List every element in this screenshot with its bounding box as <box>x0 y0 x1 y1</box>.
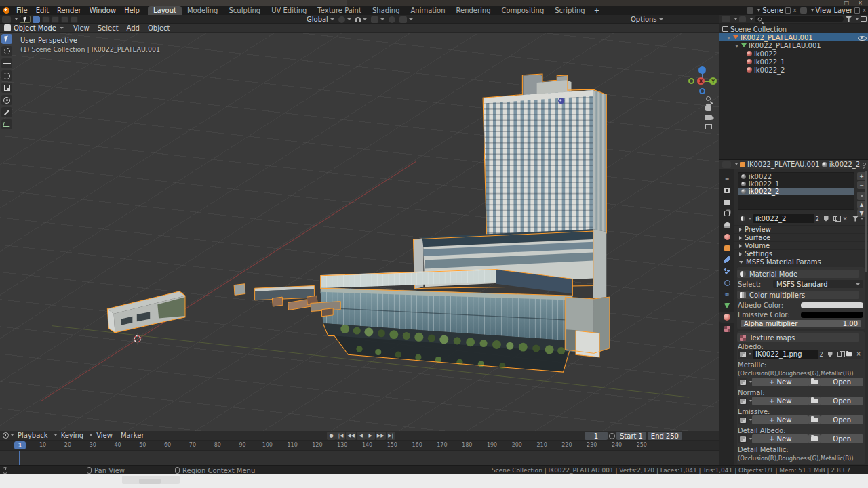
pin-icon[interactable] <box>863 163 866 166</box>
move-tool[interactable] <box>1 58 12 68</box>
menu-add[interactable]: Add <box>123 24 144 32</box>
tab-physics[interactable] <box>719 277 734 288</box>
image-icon[interactable] <box>738 396 747 405</box>
properties-editor-icon[interactable] <box>722 161 731 168</box>
new-material-icon[interactable] <box>831 214 840 223</box>
building-right-annex[interactable] <box>565 297 610 357</box>
browse-material-icon[interactable] <box>738 214 747 223</box>
panel-preview[interactable]: Preview <box>734 225 868 233</box>
menu-help[interactable]: Help <box>120 6 144 15</box>
snap-toggle[interactable] <box>355 17 367 22</box>
scene-selector[interactable]: Scene × <box>747 7 797 14</box>
new-view-layer-icon[interactable] <box>854 7 860 14</box>
navigation-gizmo[interactable]: Y X <box>687 65 718 96</box>
options-dropdown[interactable]: Options <box>631 15 663 24</box>
tab-texture-paint[interactable]: Texture Paint <box>312 6 367 15</box>
tab-tool[interactable]: ≡ <box>719 174 734 184</box>
material-users-count[interactable]: 2 <box>814 214 821 223</box>
snap-target-dropdown[interactable] <box>371 16 384 23</box>
maximize-button[interactable]: □ <box>844 0 850 6</box>
tab-material[interactable] <box>719 312 734 323</box>
pivot-point-dropdown[interactable] <box>338 16 351 23</box>
measure-tool[interactable] <box>1 119 12 129</box>
tab-modeling[interactable]: Modeling <box>182 6 224 15</box>
tab-texture[interactable] <box>719 323 734 334</box>
image-icon[interactable] <box>738 350 747 359</box>
current-frame-indicator[interactable]: 1 <box>14 441 26 449</box>
marker-menu[interactable]: Marker <box>117 432 149 439</box>
browse-image-dropdown[interactable] <box>747 350 753 359</box>
tab-shading[interactable]: Shading <box>367 6 406 15</box>
new-image-button[interactable]: +New <box>752 396 808 405</box>
remove-view-layer-icon[interactable]: × <box>862 7 867 14</box>
image-icon[interactable] <box>738 378 747 386</box>
tab-scene[interactable] <box>719 220 734 230</box>
tab-modifiers[interactable] <box>719 254 734 265</box>
menu-render[interactable]: Render <box>53 6 85 15</box>
new-image-icon[interactable] <box>835 350 844 359</box>
close-button[interactable]: × <box>858 0 863 6</box>
select-box-tool[interactable] <box>1 34 12 44</box>
outliner-row-material[interactable]: ik0022_1 <box>719 58 868 66</box>
tab-object-data[interactable] <box>719 300 734 311</box>
eye-icon[interactable] <box>858 34 866 41</box>
record-button[interactable]: ● <box>327 432 336 440</box>
start-frame-field[interactable]: Start1 <box>616 432 646 440</box>
menu-view[interactable]: View <box>69 24 94 32</box>
timeline-track[interactable] <box>0 451 719 465</box>
proportional-editing-icon[interactable] <box>389 16 395 23</box>
proportional-falloff-dropdown[interactable] <box>399 16 413 23</box>
tab-animation[interactable]: Animation <box>406 6 451 15</box>
scene-canvas[interactable] <box>0 33 719 431</box>
active-tool-button[interactable] <box>20 16 31 23</box>
tab-output[interactable] <box>719 197 734 207</box>
tab-object[interactable] <box>719 243 734 253</box>
current-frame-field[interactable]: 1 <box>585 432 608 440</box>
tab-sculpting[interactable]: Sculpting <box>223 6 266 15</box>
slot-row-active[interactable]: ik0022_2 <box>738 188 854 195</box>
building-mid-block[interactable] <box>414 229 607 298</box>
tab-constraints[interactable]: ∞ <box>719 289 734 300</box>
camera-view-icon[interactable] <box>705 115 712 120</box>
new-image-button[interactable]: +New <box>752 378 808 386</box>
unlink-scene-icon[interactable]: × <box>793 7 797 14</box>
browse-folder-button[interactable] <box>808 396 821 405</box>
new-scene-icon[interactable] <box>785 7 791 14</box>
material-name-field[interactable]: ik0022_2 <box>753 214 814 223</box>
mode-dropdown[interactable]: Object Mode <box>14 24 56 32</box>
transform-tool[interactable] <box>1 95 12 105</box>
end-frame-field[interactable]: End250 <box>648 432 682 440</box>
tab-scripting[interactable]: Scripting <box>549 6 590 15</box>
image-icon[interactable] <box>738 415 747 424</box>
breadcrumb-object[interactable]: IK0022_PLATEAU.001 <box>747 161 820 168</box>
browse-folder-button[interactable] <box>808 415 821 424</box>
timeline-view-menu[interactable]: View <box>92 432 117 439</box>
minimize-button[interactable]: – <box>833 0 835 6</box>
tab-layout[interactable]: Layout <box>148 6 182 15</box>
open-folder-icon[interactable] <box>844 350 854 359</box>
pan-hand-icon[interactable] <box>705 105 711 111</box>
new-image-button[interactable]: +New <box>752 415 808 424</box>
emissive-color-swatch[interactable] <box>801 312 863 318</box>
tab-rendering[interactable]: Rendering <box>450 6 496 15</box>
select-mode-invert-icon[interactable] <box>61 16 68 23</box>
albedo-texture-name[interactable]: IK0022_1.png <box>753 350 818 359</box>
jump-to-end-button[interactable]: ▶| <box>387 432 395 440</box>
previous-keyframe-button[interactable]: ◀◀ <box>346 432 356 440</box>
transform-orientation-dropdown[interactable]: Global <box>307 16 334 23</box>
properties-scrollbar[interactable] <box>865 171 867 272</box>
open-image-button[interactable]: Open <box>821 378 863 386</box>
axis-z-negative-handle[interactable] <box>699 88 705 94</box>
use-preview-range-icon[interactable] <box>609 433 615 439</box>
msfs-standard-dropdown[interactable]: MSFS Standard <box>773 280 863 288</box>
tab-world[interactable] <box>719 231 734 242</box>
menu-edit[interactable]: Edit <box>32 6 53 15</box>
fake-user-shield-icon[interactable] <box>821 214 831 223</box>
select-mode-intersect-icon[interactable] <box>71 16 78 23</box>
axis-y-negative-handle[interactable] <box>688 78 694 84</box>
keying-menu[interactable]: Keying <box>57 432 88 439</box>
filter-funnel-icon[interactable] <box>846 16 852 22</box>
outliner-row-scene-collection[interactable]: Scene Collection <box>719 25 868 33</box>
menu-window[interactable]: Window <box>85 6 120 15</box>
panel-volume[interactable]: Volume <box>734 241 868 249</box>
